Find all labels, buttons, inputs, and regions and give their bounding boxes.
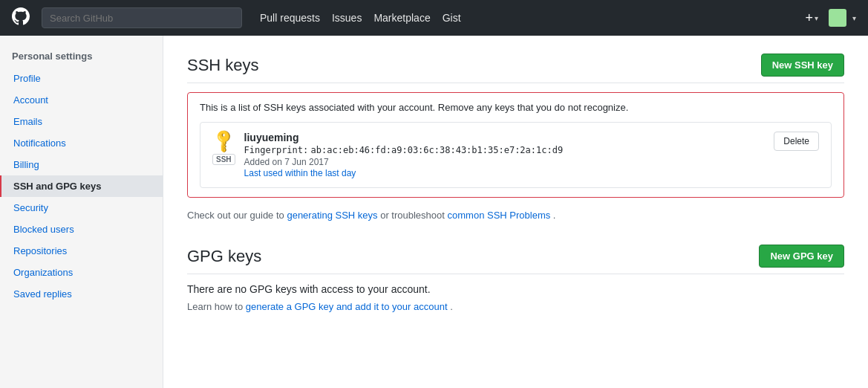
key-name: liuyueming [244, 132, 766, 143]
search-input[interactable] [42, 7, 242, 28]
sidebar-item-repositories[interactable]: Repositories [0, 240, 163, 262]
sidebar-item-blocked-users[interactable]: Blocked users [0, 219, 163, 240]
main-content: SSH keys New SSH key This is a list of S… [163, 36, 868, 388]
sidebar-item-notifications[interactable]: Notifications [0, 132, 163, 154]
delete-key-button[interactable]: Delete [774, 132, 819, 151]
ssh-alert-text: This is a list of SSH keys associated wi… [200, 102, 832, 113]
key-info: liuyueming Fingerprint: ab:ac:eb:46:fd:a… [244, 132, 766, 178]
generate-gpg-key-link[interactable]: generate a GPG key and add it to your ac… [246, 301, 448, 312]
gpg-section-title: GPG keys [187, 247, 261, 266]
pull-requests-link[interactable]: Pull requests [260, 12, 320, 24]
gpg-learn-text: Learn how to generate a GPG key and add … [187, 301, 844, 312]
github-logo-icon [12, 7, 30, 28]
key-last-used: Last used within the last day [244, 168, 766, 178]
sidebar-item-security[interactable]: Security [0, 197, 163, 219]
new-item-button[interactable]: + ▾ [800, 7, 823, 29]
common-ssh-problems-link[interactable]: common SSH Problems [448, 210, 551, 221]
avatar[interactable] [829, 9, 846, 27]
marketplace-link[interactable]: Marketplace [373, 12, 430, 24]
ssh-section-title: SSH keys [187, 56, 259, 75]
key-icon-wrap: 🔑 SSH [212, 132, 235, 165]
gist-link[interactable]: Gist [443, 12, 461, 24]
avatar-chevron-icon: ▾ [852, 14, 856, 22]
ssh-alert-box: This is a list of SSH keys associated wi… [187, 92, 844, 198]
ssh-section-header: SSH keys New SSH key [187, 54, 844, 83]
topnav-links: Pull requests Issues Marketplace Gist [260, 12, 461, 24]
gpg-keys-section: GPG keys New GPG key There are no GPG ke… [187, 245, 844, 312]
topnav-right: + ▾ ▾ [800, 7, 856, 29]
key-fingerprint: Fingerprint: ab:ac:eb:46:fd:a9:03:6c:38:… [244, 145, 766, 155]
key-icon: 🔑 [210, 127, 238, 155]
sidebar-item-account[interactable]: Account [0, 89, 163, 111]
sidebar-item-profile[interactable]: Profile [0, 68, 163, 89]
new-ssh-key-button[interactable]: New SSH key [761, 54, 844, 77]
ssh-key-card: 🔑 SSH liuyueming Fingerprint: ab:ac:eb:4… [200, 122, 832, 188]
plus-chevron-icon: ▾ [815, 14, 818, 22]
topnav: Pull requests Issues Marketplace Gist + … [0, 0, 868, 36]
sidebar: Personal settings Profile Account Emails… [0, 36, 163, 388]
ssh-badge: SSH [212, 154, 235, 165]
generating-ssh-keys-link[interactable]: generating SSH keys [287, 210, 377, 221]
issues-link[interactable]: Issues [332, 12, 362, 24]
sidebar-item-organizations[interactable]: Organizations [0, 262, 163, 283]
gpg-empty-text: There are no GPG keys with access to you… [187, 283, 844, 295]
sidebar-item-saved-replies[interactable]: Saved replies [0, 283, 163, 305]
sidebar-item-billing[interactable]: Billing [0, 154, 163, 175]
sidebar-item-ssh-gpg-keys[interactable]: SSH and GPG keys [0, 175, 163, 197]
new-gpg-key-button[interactable]: New GPG key [759, 245, 844, 268]
sidebar-item-emails[interactable]: Emails [0, 111, 163, 132]
key-added-date: Added on 7 Jun 2017 [244, 157, 766, 167]
gpg-section-header: GPG keys New GPG key [187, 245, 844, 274]
ssh-guide-text: Check out our guide to generating SSH ke… [187, 210, 844, 221]
sidebar-heading: Personal settings [0, 48, 163, 68]
ssh-keys-section: SSH keys New SSH key This is a list of S… [187, 54, 844, 221]
